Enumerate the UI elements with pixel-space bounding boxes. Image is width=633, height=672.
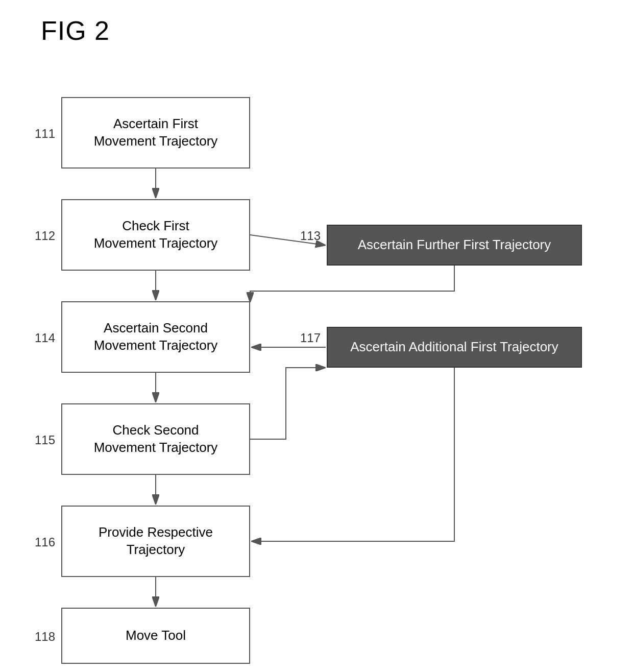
box-113: Ascertain Further First Trajectory — [327, 225, 582, 266]
box-112: Check First Movement Trajectory — [61, 199, 250, 271]
diagram-area: Ascertain First Movement Trajectory 111 … — [0, 51, 633, 672]
label-112: 112 — [35, 229, 55, 243]
label-118: 118 — [35, 630, 55, 644]
label-113: 113 — [300, 229, 321, 243]
fig-title: FIG 2 — [0, 0, 633, 46]
box-116: Provide Respective Trajectory — [61, 506, 250, 577]
box-115: Check Second Movement Trajectory — [61, 403, 250, 475]
label-117: 117 — [300, 331, 321, 345]
label-115: 115 — [35, 433, 55, 447]
label-116: 116 — [35, 535, 55, 549]
box-111: Ascertain First Movement Trajectory — [61, 97, 250, 169]
box-118: Move Tool — [61, 608, 250, 664]
label-114: 114 — [35, 331, 55, 345]
box-117: Ascertain Additional First Trajectory — [327, 327, 582, 368]
box-114: Ascertain Second Movement Trajectory — [61, 301, 250, 373]
label-111: 111 — [35, 127, 55, 141]
